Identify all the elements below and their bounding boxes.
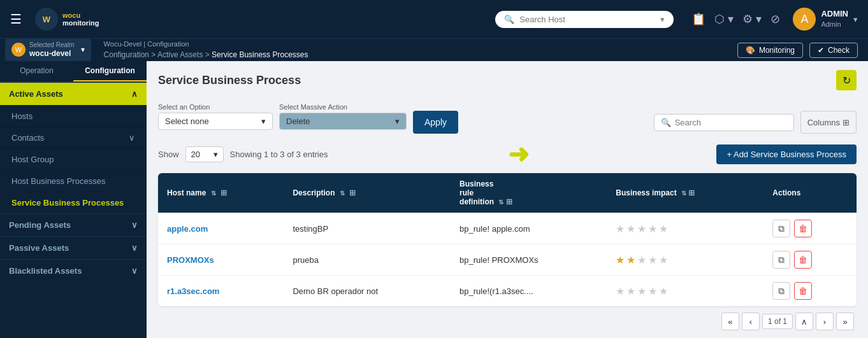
sidebar-tabs: Operation Configuration <box>0 61 147 83</box>
star-1-2: ★ <box>637 254 646 266</box>
search-box[interactable]: 🔍 <box>654 114 794 131</box>
tab-configuration[interactable]: Configuration <box>73 61 147 81</box>
bookmarks-icon[interactable]: ⬡ ▾ <box>714 12 734 26</box>
cell-hostname-0: apple.com <box>158 213 284 244</box>
delete-button-0[interactable]: 🗑 <box>794 220 812 237</box>
apply-button[interactable]: Apply <box>413 111 458 134</box>
sort-rule-icon[interactable]: ⇅ <box>498 199 503 206</box>
page-title: Service Business Process <box>158 74 301 87</box>
cancel-icon[interactable]: ⊘ <box>770 12 780 26</box>
search-field[interactable] <box>675 118 787 127</box>
nav-icons: 📋 ⬡ ▾ ⚙ ▾ ⊘ <box>691 12 780 26</box>
sidebar-item-service-business-processes[interactable]: Service Business Processes <box>0 192 147 213</box>
star-1-1: ★ <box>626 254 635 266</box>
select-option-group: Select an Option Select none ▾ <box>158 103 273 130</box>
realm-icon: W <box>11 43 25 57</box>
user-role: Admin <box>821 20 848 29</box>
sidebar: Operation Configuration Active Assets ∧ … <box>0 61 147 338</box>
cell-impact-2: ★★★★★ <box>607 276 763 307</box>
svg-text:W: W <box>43 15 51 24</box>
refresh-button[interactable]: ↻ <box>836 70 857 90</box>
sidebar-item-host-business-processes[interactable]: Host Business Processes <box>0 170 147 192</box>
cell-description-2: Demo BR operador not <box>284 276 451 307</box>
breadcrumb-active-assets[interactable]: Active Assets <box>157 50 203 59</box>
columns-rule-icon[interactable]: ⊞ <box>506 197 512 206</box>
first-page-button[interactable]: « <box>721 313 739 330</box>
search-input[interactable] <box>519 15 655 24</box>
select-action-dropdown[interactable]: Delete ▾ <box>279 113 407 130</box>
page-info: 1 of 1 <box>762 314 793 329</box>
breadcrumb-current: Service Business Processes <box>212 50 308 59</box>
select-action-group: Select Massive Action Delete ▾ <box>279 103 407 130</box>
col-description: Description ⇅ ⊞ <box>284 173 451 213</box>
cell-rule-2: bp_rule!(r1.a3sec.... <box>451 276 607 307</box>
select-action-label: Select Massive Action <box>279 103 407 111</box>
show-select[interactable]: 20 ▾ <box>185 146 224 162</box>
avatar: A <box>793 8 816 31</box>
copy-button-0[interactable]: ⧉ <box>772 220 790 237</box>
search-chevron-icon: ▾ <box>660 15 665 24</box>
copy-button-2[interactable]: ⧉ <box>772 282 790 300</box>
col-rule: Businessruledefinition ⇅ ⊞ <box>451 173 607 213</box>
select-option-label: Select an Option <box>158 103 273 111</box>
blacklisted-assets-section[interactable]: Blacklisted Assets ∨ <box>0 259 147 282</box>
logo: W wocu monitoring <box>34 7 99 31</box>
next-page-button[interactable]: › <box>816 313 834 330</box>
cell-rule-1: bp_rule! PROXMOXs <box>451 244 607 276</box>
prev-page-button[interactable]: ‹ <box>742 313 760 330</box>
cell-actions-2: ⧉ 🗑 <box>763 276 857 307</box>
chevron-up-icon: ∧ <box>131 89 138 99</box>
col-actions: Actions <box>763 173 857 213</box>
columns-button[interactable]: Columns ⊞ <box>800 111 857 134</box>
select-option-dropdown[interactable]: Select none ▾ <box>158 113 273 130</box>
star-2-1: ★ <box>626 285 635 297</box>
realm-selector[interactable]: W Selected Realm wocu-devel ▾ <box>5 39 91 60</box>
reports-icon[interactable]: 📋 <box>691 12 705 26</box>
delete-button-1[interactable]: 🗑 <box>794 251 812 269</box>
chevron-down-icon: ∨ <box>131 220 138 230</box>
check-button[interactable]: ✔ Check <box>809 43 858 58</box>
user-menu[interactable]: A ADMIN Admin ▾ <box>793 8 858 31</box>
hostname-link-0[interactable]: apple.com <box>167 224 208 234</box>
hamburger-icon[interactable]: ☰ <box>10 11 22 27</box>
select-action-value: Delete <box>286 116 310 126</box>
last-page-button[interactable]: » <box>836 313 854 330</box>
cell-actions-0: ⧉ 🗑 <box>763 213 857 244</box>
copy-button-1[interactable]: ⧉ <box>772 251 790 269</box>
breadcrumb-configuration[interactable]: Configuration <box>104 50 149 59</box>
sidebar-item-hosts[interactable]: Hosts <box>0 105 147 127</box>
add-service-button[interactable]: + Add Service Business Process <box>716 144 857 164</box>
columns-impact-icon[interactable]: ⊞ <box>688 188 695 197</box>
top-navigation: ☰ W wocu monitoring 🔍 ▾ 📋 ⬡ ▾ ⚙ ▾ ⊘ A AD… <box>0 0 868 38</box>
sidebar-item-contacts[interactable]: Contacts ∨ <box>0 127 147 148</box>
sort-description-icon[interactable]: ⇅ <box>340 190 345 197</box>
columns-icon: ⊞ <box>843 118 850 127</box>
select-option-value: Select none <box>165 116 209 126</box>
tab-operation[interactable]: Operation <box>0 61 73 81</box>
page-title-area: Service Business Process ↻ <box>158 70 857 90</box>
monitoring-button[interactable]: 🎨 Monitoring <box>737 43 803 58</box>
cell-impact-0: ★★★★★ <box>607 213 763 244</box>
star-2-2: ★ <box>637 285 646 297</box>
sort-hostname-icon[interactable]: ⇅ <box>211 190 216 197</box>
show-row: Show 20 ▾ Showing 1 to 3 of 3 entries ➜ … <box>158 141 857 167</box>
columns-description-icon[interactable]: ⊞ <box>349 188 356 197</box>
global-search-box[interactable]: 🔍 ▾ <box>495 11 674 28</box>
hostname-link-2[interactable]: r1.a3sec.com <box>167 286 219 296</box>
breadcrumb: Wocu-Devel | Configuration Configuration… <box>104 39 737 60</box>
active-assets-section[interactable]: Active Assets ∧ <box>0 83 147 105</box>
realm-label: Selected Realm <box>29 41 75 49</box>
page-up-button[interactable]: ∧ <box>795 313 813 330</box>
settings-icon[interactable]: ⚙ ▾ <box>742 12 762 26</box>
sidebar-item-hostgroup[interactable]: Host Group <box>0 148 147 170</box>
sort-impact-icon[interactable]: ⇅ <box>681 190 686 197</box>
entries-text: Showing 1 to 3 of 3 entries <box>230 150 328 159</box>
passive-assets-section[interactable]: Passive Assets ∨ <box>0 236 147 259</box>
columns-hostname-icon[interactable]: ⊞ <box>221 188 227 197</box>
pending-assets-section[interactable]: Pending Assets ∨ <box>0 213 147 236</box>
hostname-link-1[interactable]: PROXMOXs <box>167 255 214 265</box>
toolbar: Select an Option Select none ▾ Select Ma… <box>158 99 857 134</box>
sub-navigation: W Selected Realm wocu-devel ▾ Wocu-Devel… <box>0 38 868 61</box>
delete-button-2[interactable]: 🗑 <box>794 282 812 300</box>
show-chevron-icon: ▾ <box>213 150 218 159</box>
